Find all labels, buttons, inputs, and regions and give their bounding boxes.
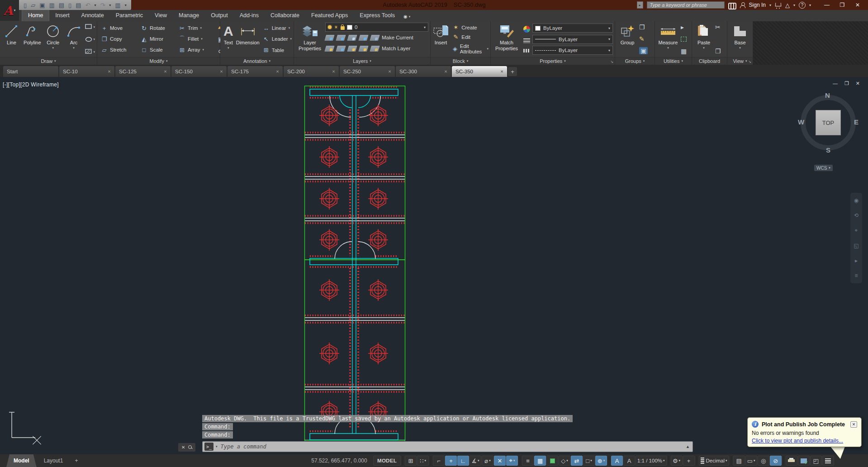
vp-restore-icon[interactable]: ❐ (844, 81, 849, 86)
viewcube[interactable]: N S W E TOP (799, 93, 858, 152)
recent-commands-chevron-icon[interactable]: ▾ (216, 445, 218, 448)
ribbon-display-toggle[interactable]: ◉ ▾ (403, 14, 410, 21)
new-layout-button[interactable]: + (70, 454, 82, 467)
panel-expand-icon[interactable]: ↘ (748, 60, 751, 64)
orbit-icon[interactable]: ◱ (854, 243, 859, 249)
lineweight-combo[interactable]: ByLayer ▾ (532, 35, 613, 44)
tab-insert[interactable]: Insert (49, 10, 75, 22)
tab-close-icon[interactable]: ✕ (388, 69, 391, 74)
layer-thaw-tool-icon[interactable] (347, 46, 357, 52)
match-layer-label[interactable]: Match Layer (382, 46, 410, 51)
undo-chevron-icon[interactable]: ▾ (94, 3, 96, 7)
file-tab-sc250[interactable]: SC-250✕ (340, 66, 395, 77)
plot-job-tray-button[interactable] (786, 456, 797, 466)
layer-freeze-icon[interactable] (347, 35, 357, 41)
app-store-cart-icon[interactable] (775, 2, 782, 8)
measure-button[interactable]: Measure ▾ (657, 23, 679, 56)
infer-constraints-toggle[interactable]: ⌐ (433, 456, 445, 466)
minimize-button[interactable]: — (819, 0, 835, 10)
command-expand-icon[interactable]: ▲ (686, 444, 690, 449)
lineweight-toggle[interactable]: ≡ (522, 456, 534, 466)
zoom-icon[interactable]: ⌖ (855, 227, 858, 234)
qat-customize-chevron-icon[interactable]: ▾ (125, 3, 127, 7)
help-icon[interactable]: ? (799, 2, 806, 9)
lineweight-icon[interactable] (523, 38, 530, 43)
isodraft-toggle[interactable]: ⌀▾ (482, 456, 493, 466)
new-tab-button[interactable]: + (508, 67, 517, 76)
copy-button[interactable]: ❐Copy (99, 36, 139, 43)
viewcube-west[interactable]: W (798, 118, 804, 126)
select-objects-button[interactable] (681, 37, 687, 42)
ortho-toggle[interactable]: ∟ (457, 456, 469, 466)
redo-chevron-icon[interactable]: ▾ (109, 3, 111, 7)
a360-chevron-icon[interactable]: ▾ (793, 3, 795, 7)
sign-in-button[interactable]: Sign In (749, 2, 766, 8)
group-button[interactable]: Group (617, 23, 638, 56)
command-search-icon[interactable] (188, 445, 192, 449)
linear-button[interactable]: ↔Linear▾ (261, 25, 292, 32)
redo-icon[interactable]: ↷ (100, 2, 105, 8)
transparency-toggle[interactable]: ▦ (534, 456, 546, 466)
selection-cycling-toggle[interactable] (546, 456, 558, 466)
layer-on-tool-icon[interactable] (324, 46, 335, 52)
navigation-bar[interactable]: ◉ ⟲ ⌖ ◱ ▸ ≡ (850, 193, 862, 283)
file-tab-sc150[interactable]: SC-150✕ (171, 66, 227, 77)
notification-tray-button[interactable] (798, 456, 810, 466)
ungroup-button[interactable]: ❐ (639, 24, 648, 30)
navbar-menu-icon[interactable]: ≡ (854, 272, 858, 279)
ellipse-tool[interactable]: ▾ (85, 37, 95, 42)
tab-output[interactable]: Output (205, 10, 234, 22)
undo-icon[interactable]: ↶ (85, 2, 90, 8)
save-as-icon[interactable]: ▥ (49, 2, 54, 8)
batch-plot-icon[interactable]: ▥ (115, 2, 120, 8)
viewcube-north[interactable]: N (825, 91, 830, 99)
autoscale-toggle[interactable]: A (623, 456, 635, 466)
make-current-label[interactable]: Make Current (382, 35, 413, 40)
keyword-search-input[interactable] (647, 1, 725, 9)
new-file-icon[interactable]: ▯ (24, 2, 27, 8)
create-block-button[interactable]: ✶Create (451, 24, 489, 31)
layer-properties-button[interactable]: Layer Properties (296, 23, 324, 56)
print-icon[interactable]: ▤ (76, 2, 81, 8)
units-button[interactable]: Decimal▾ (699, 456, 729, 466)
rectangle-tool[interactable]: ▾ (85, 24, 95, 29)
polar-tracking-toggle[interactable]: ∡▾ (470, 456, 481, 466)
model-tab[interactable]: Model (6, 454, 37, 467)
tab-parametric[interactable]: Parametric (110, 10, 149, 22)
restore-button[interactable]: ❐ (835, 0, 850, 10)
panel-block-footer[interactable]: Block▾ (431, 57, 490, 65)
search-binoculars-icon[interactable] (728, 3, 736, 8)
layout1-tab[interactable]: Layout1 (37, 454, 71, 467)
rotate-button[interactable]: ↻Rotate (139, 25, 177, 32)
tab-close-icon[interactable]: ✕ (332, 69, 335, 74)
tab-close-icon[interactable]: ✕ (164, 69, 167, 74)
quick-calculator-button[interactable]: ▦ (681, 48, 687, 54)
hatch-tool[interactable]: ▾ (85, 49, 95, 54)
tab-view[interactable]: View (149, 10, 173, 22)
clean-screen-toggle[interactable]: ◰ (810, 456, 822, 466)
open-file-icon[interactable]: ▱ (31, 2, 35, 8)
group-selection-toggle[interactable]: ▣ (639, 47, 648, 54)
close-button[interactable]: ✕ (850, 0, 865, 10)
match-properties-button[interactable]: Match Properties (493, 23, 521, 56)
text-button[interactable]: A Text ▾ (222, 23, 235, 56)
edit-attributes-button[interactable]: ◈Edit Attributes▾ (451, 43, 489, 54)
panel-properties-footer[interactable]: Properties▾↘ (491, 57, 615, 65)
tab-close-icon[interactable]: ✕ (108, 69, 111, 74)
file-tab-start[interactable]: Start (3, 66, 58, 77)
cut-button[interactable]: ✂ (715, 24, 721, 30)
lock-ui-button[interactable]: ▭▾ (745, 456, 757, 466)
notification-details-link[interactable]: Click to view plot and publish details..… (752, 438, 857, 444)
match-layer-icon[interactable] (370, 46, 380, 52)
leader-button[interactable]: ↖Leader▾ (261, 36, 292, 43)
grid-toggle[interactable]: ⊞ (405, 456, 417, 466)
tab-add-ins[interactable]: Add-ins (234, 10, 265, 22)
file-tab-sc175[interactable]: SC-175✕ (228, 66, 283, 77)
tab-close-icon[interactable]: ✕ (500, 69, 503, 74)
linetype-icon[interactable] (523, 49, 530, 52)
wcs-selector[interactable]: WCS ▾ (814, 165, 833, 171)
layer-unlock-icon[interactable] (358, 46, 369, 52)
viewcube-top-face[interactable]: TOP (816, 110, 841, 135)
isolate-objects-toggle[interactable]: ◎ (758, 456, 769, 466)
viewport-controls-label[interactable]: [-][Top][2D Wireframe] (3, 81, 59, 88)
